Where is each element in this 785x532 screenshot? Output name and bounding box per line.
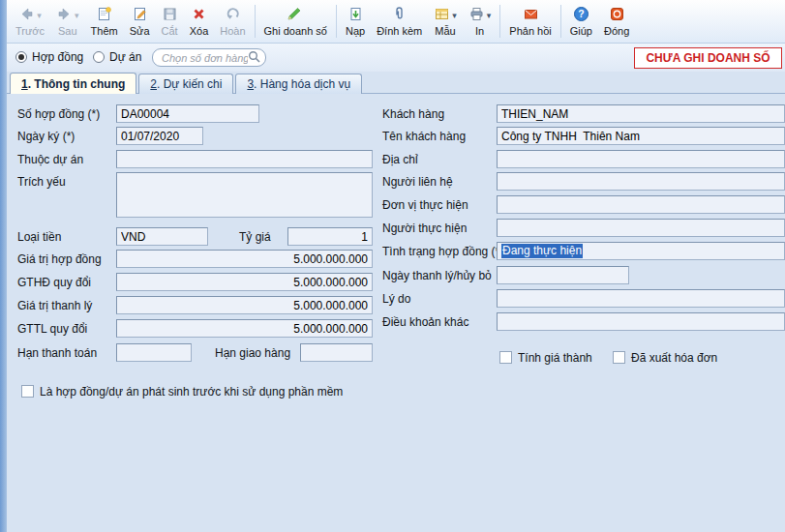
tinh-trang-selected-text: Đang thực hiện	[501, 244, 583, 258]
ty-gia-label: Tỷ giá	[239, 230, 271, 244]
ty-gia-input[interactable]	[287, 227, 373, 246]
green-pencil-icon	[286, 6, 305, 25]
dia-chi-label: Địa chỉ	[382, 153, 418, 166]
trich-yeu-textarea[interactable]	[116, 172, 373, 218]
question-mark-icon: ?	[573, 6, 589, 25]
record-revenue-button[interactable]: Ghi doanh số	[258, 2, 333, 42]
toolbar-separator	[336, 5, 337, 38]
add-button-label: Thêm	[91, 25, 118, 38]
toolbar-separator	[560, 5, 561, 38]
han-thanh-toan-input[interactable]	[116, 343, 192, 362]
template-button[interactable]: ▾ Mẫu	[428, 2, 463, 42]
attach-button[interactable]: Đính kèm	[371, 2, 428, 42]
han-thanh-toan-label: Hạn thanh toán	[17, 346, 97, 360]
gia-tri-thanh-ly-label: Giá trị thanh lý	[17, 299, 92, 312]
tab-thong-tin-chung[interactable]: 1. Thông tin chung	[10, 73, 136, 94]
dia-chi-input[interactable]	[497, 150, 785, 168]
ngay-ky-input[interactable]	[116, 127, 203, 145]
arrow-left-icon	[18, 6, 35, 25]
cut-button-label: Cắt	[162, 25, 178, 38]
close-button[interactable]: Đóng	[598, 2, 635, 42]
edit-button-label: Sửa	[130, 25, 150, 38]
feedback-button[interactable]: Phản hồi	[503, 2, 557, 42]
dieu-khoan-khac-label: Điều khoản khác	[382, 315, 468, 329]
tab-hang-hoa-dich-vu[interactable]: 3. Hàng hóa dịch vụ	[235, 74, 362, 94]
order-number-search-input[interactable]	[162, 52, 248, 64]
nguoi-lien-he-input[interactable]	[497, 172, 785, 191]
prev-button[interactable]: ▾ Trước	[10, 2, 50, 42]
dieu-khoan-khac-input[interactable]	[497, 312, 785, 331]
gia-tri-hop-dong-label: Giá trị hợp đồng	[17, 252, 102, 266]
order-number-search[interactable]	[152, 48, 266, 67]
loai-tien-input[interactable]	[116, 227, 208, 246]
ten-khach-hang-input[interactable]	[497, 127, 785, 145]
radio-project[interactable]: Dự án	[93, 50, 141, 64]
trich-yeu-label: Trích yếu	[17, 175, 66, 189]
phat-sinh-truoc-checkbox[interactable]	[21, 385, 34, 398]
tab-number: 1	[21, 77, 28, 91]
chevron-down-icon[interactable]: ▾	[37, 12, 42, 20]
printer-icon	[468, 6, 485, 25]
prev-button-label: Trước	[15, 25, 45, 38]
edit-button[interactable]: Sửa	[124, 2, 156, 42]
tinh-trang-hop-dong-label: Tình trạng hợp đồng (*)	[382, 245, 503, 258]
red-x-icon	[191, 6, 207, 25]
close-button-label: Đóng	[604, 25, 629, 38]
tinh-trang-hop-dong-field[interactable]: Đang thực hiện	[497, 242, 785, 260]
gthd-quy-doi-input[interactable]	[116, 273, 373, 291]
cut-button[interactable]: Cắt	[156, 2, 184, 42]
load-document-icon	[347, 6, 364, 25]
radio-dot	[15, 51, 27, 63]
loai-tien-label: Loại tiền	[17, 230, 61, 244]
feedback-button-label: Phản hồi	[509, 25, 551, 38]
khach-hang-input[interactable]	[497, 104, 785, 123]
phat-sinh-truoc-checkbox-label: Là hợp đồng/dự án phát sinh trước khi sử…	[40, 385, 343, 399]
gia-tri-thanh-ly-input[interactable]	[116, 296, 373, 314]
chevron-down-icon[interactable]: ▾	[487, 12, 492, 20]
next-button-label: Sau	[58, 25, 77, 38]
radio-dot	[93, 51, 105, 63]
tinh-gia-thanh-checkbox[interactable]	[499, 351, 512, 364]
khach-hang-label: Khách hàng	[382, 107, 444, 121]
chevron-down-icon[interactable]: ▾	[452, 12, 457, 20]
attach-button-label: Đính kèm	[377, 25, 422, 38]
print-button[interactable]: ▾ In	[463, 2, 498, 42]
nguoi-thuc-hien-input[interactable]	[497, 219, 785, 237]
floppy-disk-icon	[162, 6, 178, 25]
next-button[interactable]: ▾ Sau	[50, 2, 85, 42]
main-toolbar: ▾ Trước ▾ Sau Thêm Sửa Cắt Xóa	[7, 0, 785, 44]
ngay-ky-label: Ngày ký (*)	[17, 130, 75, 143]
ten-khach-hang-label: Tên khách hàng	[382, 130, 466, 143]
thuoc-du-an-input[interactable]	[116, 150, 373, 168]
tab-label: . Dự kiến chi	[157, 77, 222, 91]
undo-arrow-icon	[225, 6, 241, 25]
delete-button[interactable]: Xóa	[184, 2, 215, 42]
add-button[interactable]: Thêm	[85, 2, 124, 42]
template-button-label: Mẫu	[435, 25, 455, 38]
ngay-thanh-ly-input[interactable]	[497, 266, 629, 284]
han-giao-hang-input[interactable]	[300, 343, 373, 362]
gttl-quy-doi-input[interactable]	[116, 319, 373, 338]
ly-do-label: Lý do	[382, 292, 410, 306]
tab-du-kien-chi[interactable]: 2. Dự kiến chi	[138, 74, 233, 94]
reload-button-label: Nạp	[346, 25, 365, 38]
chevron-down-icon[interactable]: ▾	[75, 12, 79, 20]
reload-button[interactable]: Nạp	[340, 2, 371, 42]
revenue-status-badge: CHƯA GHI DOANH SỐ	[634, 47, 782, 69]
ly-do-input[interactable]	[497, 289, 785, 308]
undo-button[interactable]: Hoàn	[214, 2, 251, 42]
toolbar-separator	[499, 5, 500, 38]
help-button[interactable]: ? Giúp	[564, 2, 598, 42]
search-icon[interactable]	[248, 50, 260, 66]
tabstrip: 1. Thông tin chung 2. Dự kiến chi 3. Hàn…	[10, 73, 362, 94]
so-hop-dong-input[interactable]	[116, 104, 259, 123]
thuoc-du-an-label: Thuộc dự án	[17, 153, 83, 166]
don-vi-thuc-hien-input[interactable]	[497, 195, 785, 214]
envelope-icon	[523, 6, 539, 25]
contract-window: ▾ Trước ▾ Sau Thêm Sửa Cắt Xóa	[0, 0, 785, 532]
gia-tri-hop-dong-input[interactable]	[116, 250, 373, 268]
radio-contract[interactable]: Hợp đồng	[15, 50, 83, 64]
da-xuat-hoa-don-checkbox[interactable]	[613, 351, 625, 364]
tab-label: . Thông tin chung	[28, 77, 126, 91]
nguoi-lien-he-label: Người liên hệ	[382, 175, 453, 189]
